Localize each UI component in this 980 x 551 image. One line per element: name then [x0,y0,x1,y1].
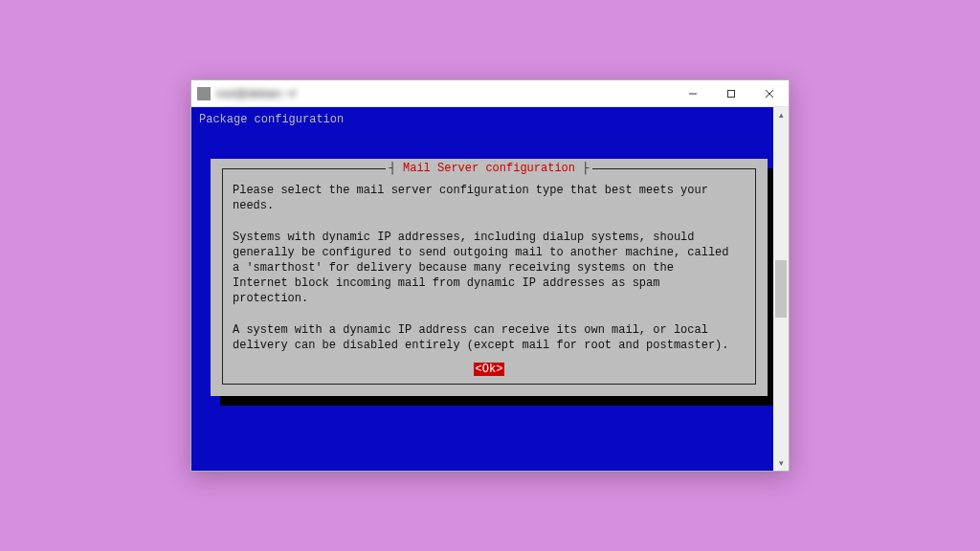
close-icon [765,89,774,99]
minimize-icon [688,89,698,99]
titlebar[interactable]: root@debian:~# [191,80,789,107]
close-button[interactable] [750,80,789,107]
scrollbar-thumb[interactable] [775,260,787,318]
maximize-icon [726,89,736,99]
scrollbar-track[interactable]: ▴ ▾ [773,107,789,471]
ok-row: <Ok> [233,363,746,376]
scroll-down-icon[interactable]: ▾ [773,455,789,471]
maximize-button[interactable] [712,80,750,107]
dialog-inner: ┤ Mail Server configuration ├ Please sel… [222,168,756,385]
dialog-title-text: Mail Server configuration [403,162,575,175]
dialog-title-wrap: ┤ Mail Server configuration ├ [223,162,755,175]
window-title: root@debian:~# [216,87,296,100]
scroll-up-icon[interactable]: ▴ [773,107,789,122]
app-icon [197,87,211,100]
dialog-container: ┤ Mail Server configuration ├ Please sel… [211,159,768,396]
terminal-area: Package configuration ┤ Mail Server conf… [191,107,789,471]
dialog-title: ┤ Mail Server configuration ├ [386,162,593,175]
package-config-header: Package configuration [197,111,777,132]
app-window: root@debian:~# Package configuration ┤ M… [190,79,790,472]
minimize-button[interactable] [674,80,712,107]
mail-server-dialog: ┤ Mail Server configuration ├ Please sel… [211,159,768,396]
ok-button[interactable]: <Ok> [474,363,505,376]
svg-rect-1 [728,90,735,97]
dialog-body-text: Please select the mail server configurat… [233,183,746,353]
